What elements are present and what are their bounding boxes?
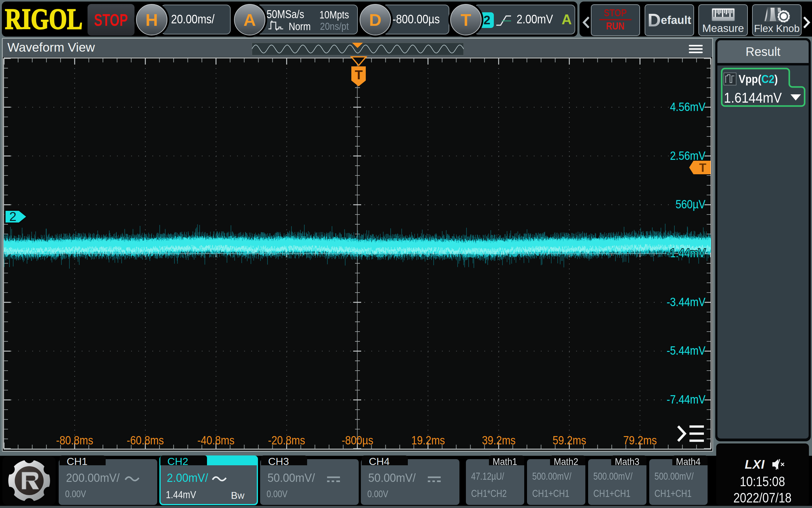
svg-text:-800µs: -800µs xyxy=(342,434,374,447)
svg-text:T: T xyxy=(355,68,363,82)
svg-text:-7.44mV: -7.44mV xyxy=(667,393,706,406)
svg-text:-80.8ms: -80.8ms xyxy=(56,434,93,447)
svg-text:2: 2 xyxy=(9,209,16,224)
svg-text:79.2ms: 79.2ms xyxy=(623,434,657,447)
svg-text:-40.8ms: -40.8ms xyxy=(197,434,235,447)
svg-text:560µV: 560µV xyxy=(676,198,706,211)
svg-text:-20.8ms: -20.8ms xyxy=(268,434,305,447)
svg-text:-1.44mV: -1.44mV xyxy=(667,247,706,260)
svg-text:-5.44mV: -5.44mV xyxy=(667,344,706,357)
svg-text:2.56mV: 2.56mV xyxy=(670,150,706,162)
svg-text:T: T xyxy=(699,161,706,174)
svg-text:59.2ms: 59.2ms xyxy=(553,434,586,447)
svg-text:4.56mV: 4.56mV xyxy=(670,100,706,114)
svg-text:19.2ms: 19.2ms xyxy=(411,434,445,447)
svg-text:-60.8ms: -60.8ms xyxy=(127,434,164,447)
svg-text:-3.44mV: -3.44mV xyxy=(667,296,706,308)
svg-text:39.2ms: 39.2ms xyxy=(482,434,516,447)
